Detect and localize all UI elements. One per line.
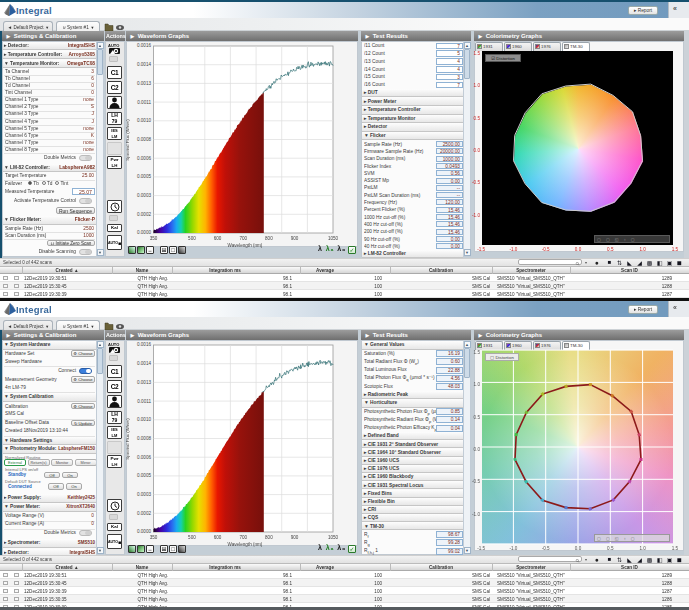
svg-text:AUTO: AUTO: [108, 342, 119, 347]
svg-text:AUTO: AUTO: [108, 43, 119, 48]
